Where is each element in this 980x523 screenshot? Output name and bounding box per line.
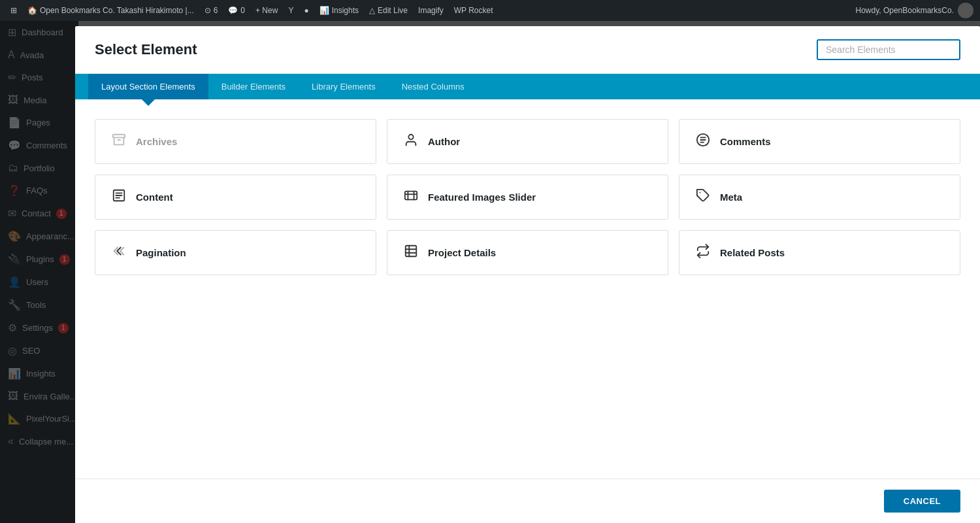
svg-rect-0 [113,135,125,138]
search-elements-input[interactable] [817,39,960,60]
svg-rect-11 [405,192,417,200]
tab-builder-elements[interactable]: Builder Elements [208,74,299,99]
select-element-modal: Select Element Layout Section Elements B… [75,26,980,523]
author-icon [403,133,419,150]
modal-tabs: Layout Section Elements Builder Elements… [75,74,980,99]
admin-bar-right: Howdy, OpenBookmarksCo. [855,3,973,18]
site-name[interactable]: 🏠 Open Bookmarks Co. Takashi Hirakimoto … [24,0,198,21]
content-label: Content [136,192,173,203]
featured-images-slider-label: Featured Images Slider [428,192,536,203]
comments-link[interactable]: 💬 0 [224,0,249,21]
howdy-text: Howdy, OpenBookmarksCo. [855,6,954,15]
element-pagination[interactable]: Pagination [95,230,376,275]
comments-icon: 💬 [228,6,238,15]
tab-nested-columns[interactable]: Nested Columns [389,74,478,99]
meta-label: Meta [720,192,742,203]
new-content-button[interactable]: + New [252,0,282,21]
edit-live-icon: △ [369,6,375,15]
element-featured-images-slider[interactable]: Featured Images Slider [387,175,668,220]
archives-icon [111,133,127,150]
element-archives[interactable]: Archives [95,119,376,164]
updates-link[interactable]: ⊙ 6 [201,0,222,21]
element-project-details[interactable]: Project Details [387,230,668,275]
element-related-posts[interactable]: Related Posts [679,230,960,275]
yoast-logo: Y [288,6,293,15]
admin-bar: ⊞ 🏠 Open Bookmarks Co. Takashi Hirakimot… [0,0,980,21]
wp-icon: ⊞ [10,6,17,15]
element-comments[interactable]: Comments [679,119,960,164]
home-icon: 🏠 [27,6,37,15]
modal-header: Select Element [75,26,980,74]
yoast-icon[interactable]: Y [284,0,297,21]
comments-element-label: Comments [720,136,771,147]
chart-icon: 📊 [319,6,329,15]
element-content[interactable]: Content [95,175,376,220]
svg-rect-16 [406,246,417,257]
tab-library-elements[interactable]: Library Elements [299,74,389,99]
imagify-link[interactable]: Imagify [414,0,448,21]
cancel-button[interactable]: CANCEL [884,490,960,513]
elements-grid: Archives Author [95,119,960,275]
wp-rocket-link[interactable]: WP Rocket [450,0,497,21]
archives-label: Archives [136,136,177,147]
wp-logo[interactable]: ⊞ [7,0,21,21]
element-meta[interactable]: Meta [679,175,960,220]
project-details-icon [403,244,419,262]
related-posts-label: Related Posts [720,247,785,258]
meta-icon [695,188,711,206]
author-label: Author [428,136,460,147]
updates-icon: ⊙ [204,6,211,15]
content-icon [111,188,127,206]
element-author[interactable]: Author [387,119,668,164]
edit-live-link[interactable]: △ Edit Live [365,0,412,21]
dot: ● [304,6,308,15]
tab-layout-section-elements[interactable]: Layout Section Elements [88,74,208,99]
pagination-icon [111,244,127,262]
pagination-label: Pagination [136,247,186,258]
featured-images-slider-icon [403,188,419,206]
comments-element-icon [695,133,711,150]
project-details-label: Project Details [428,247,496,258]
modal-footer: CANCEL [75,479,980,523]
related-posts-icon [695,244,711,262]
modal-title: Select Element [95,41,197,58]
svg-point-2 [408,135,413,139]
dot-icon[interactable]: ● [300,0,312,21]
avatar [958,3,973,18]
modal-body: Archives Author [75,99,980,479]
insights-link[interactable]: 📊 Insights [316,0,363,21]
